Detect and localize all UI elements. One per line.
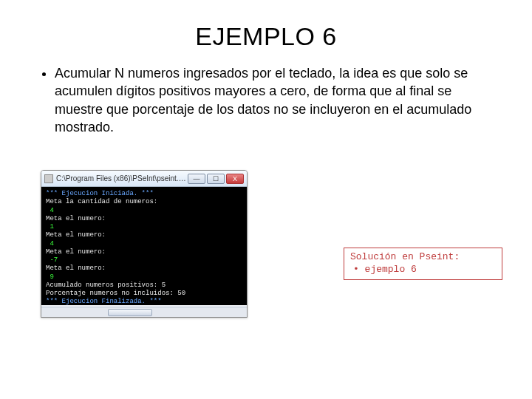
console-line: Meta la cantidad de numeros: — [46, 198, 242, 206]
console-line: -7 — [46, 256, 242, 265]
console-line: 4 — [46, 207, 242, 215]
console-line: 1 — [46, 223, 242, 231]
slide-title: EJEMPLO 6 — [30, 22, 502, 51]
body-bullet-1: Acumular N numeros ingresados por el tec… — [55, 64, 495, 136]
console-output: *** Ejecucion Iniciada. ***Meta la canti… — [41, 187, 247, 305]
console-line: *** Ejecucion Iniciada. *** — [46, 190, 242, 198]
body-bullets: Acumular N numeros ingresados por el tec… — [37, 64, 495, 136]
horizontal-scrollbar[interactable] — [41, 307, 247, 317]
close-button[interactable]: X — [226, 174, 244, 184]
solution-bullet: • ejemplo 6 — [353, 264, 496, 276]
console-line: Meta el numero: — [46, 215, 242, 223]
console-window: C:\Program Files (x86)\PSeInt\pseint.exe… — [41, 170, 248, 318]
window-titlebar: C:\Program Files (x86)\PSeInt\pseint.exe… — [41, 171, 247, 187]
console-line: 9 — [46, 273, 242, 282]
app-icon — [44, 174, 53, 183]
console-line: Meta el numero: — [46, 231, 242, 239]
console-line: *** Ejecucion Finalizada. *** — [46, 298, 242, 305]
solution-box: Solución en Pseint: • ejemplo 6 — [344, 248, 502, 280]
minimize-button[interactable]: — — [188, 174, 205, 184]
maximize-button[interactable]: ☐ — [207, 174, 225, 184]
console-line: Meta el numero: — [46, 265, 242, 273]
solution-heading: Solución en Pseint: — [350, 251, 496, 264]
console-line: Acumulado numeros positivos: 5 — [46, 282, 242, 290]
slide: EJEMPLO 6 Acumular N numeros ingresados … — [0, 0, 532, 399]
console-line: Meta el numero: — [46, 248, 242, 256]
scrollbar-thumb[interactable] — [108, 309, 152, 316]
window-title-text: C:\Program Files (x86)\PSeInt\pseint.exe — [56, 174, 188, 183]
console-line: 4 — [46, 240, 242, 248]
window-controls: — ☐ X — [188, 174, 244, 184]
console-line: Porcentaje numeros no incluidos: 50 — [46, 290, 242, 298]
